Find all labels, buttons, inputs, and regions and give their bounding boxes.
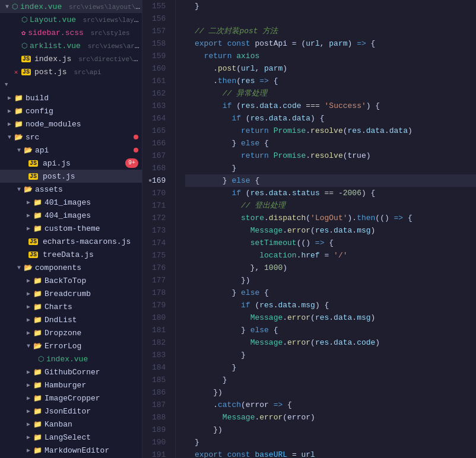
tree-build[interactable]: ▶ 📁 build (0, 91, 142, 104)
folder-icon: 📁 (33, 446, 42, 455)
tree-node-modules[interactable]: ▶ 📁 node_modules (0, 117, 142, 131)
item-label: Hamburger (45, 381, 142, 390)
file-name: Layout.vue (30, 15, 76, 24)
tree-post-js[interactable]: JS post.js (0, 170, 142, 183)
folder-icon: 📁 (33, 433, 42, 442)
tree-item-index-js[interactable]: JS index.js src\directive\permission (0, 52, 142, 65)
code-line: } else { (185, 324, 476, 336)
line-content: } (185, 162, 236, 174)
item-label: custom-theme (45, 224, 142, 233)
code-line: // 二次封装post 方法 (185, 25, 476, 37)
tree-jsoneditor[interactable]: ▶ 📁 JsonEditor (0, 405, 142, 418)
code-line: if (res.data.status == -2006) { (185, 187, 476, 199)
item-label: index.vue (46, 355, 142, 364)
tree-index-vue-errorlog[interactable]: ⬡ index.vue (0, 352, 142, 365)
tree-assets[interactable]: ▼ 📂 assets (0, 183, 142, 196)
arrow-icon: ▶ (24, 434, 33, 441)
tree-401[interactable]: ▶ 📁 401_images (0, 196, 142, 209)
code-line (185, 12, 476, 25)
tree-imagecropper[interactable]: ▶ 📁 ImageCropper (0, 392, 142, 405)
line-content: .then(res => { (185, 75, 278, 87)
code-line: if (res.data.msg) { (185, 299, 476, 311)
tree-config[interactable]: ▶ 📁 config (0, 104, 142, 117)
tree-item-sidebar-scss[interactable]: ✿ sidebar.scss src\styles (0, 26, 142, 39)
close-icon[interactable]: ✕ (12, 68, 20, 76)
tree-markdowneditor[interactable]: ▶ 📁 MarkdownEditor (0, 444, 142, 457)
line-content: if (res.data.status == -2006) { (185, 187, 375, 199)
line-number: 161 (147, 75, 170, 87)
tree-treedata[interactable]: JS treeData.js (0, 248, 142, 261)
item-label: GithubCorner (45, 368, 142, 377)
line-content: Message.error(error) (185, 411, 315, 424)
line-content: export const postApi = (url, parm) => { (185, 37, 375, 50)
item-label: 404_images (45, 211, 142, 220)
code-line: Message.error(res.data.msg) (185, 224, 476, 237)
line-number: 187 (147, 399, 170, 411)
tree-item-arklist-vue[interactable]: ⬡ arklist.vue src\views\arkmanagement (0, 39, 142, 52)
open-files-section: ▼ ⬡ index.vue src\views\layout\compon...… (0, 0, 142, 78)
tree-dropzone[interactable]: ▶ 📁 Dropzone (0, 326, 142, 339)
code-line: }) (185, 386, 476, 399)
line-number: 190 (147, 436, 170, 449)
arrow-icon: ▶ (24, 303, 33, 310)
line-number: 168 (147, 162, 170, 174)
line-number: 173 (147, 224, 170, 237)
code-editor[interactable]: 1551561571581591601611621631641651661671… (142, 0, 476, 458)
tree-backtotop[interactable]: ▶ 📁 BackToTop (0, 274, 142, 287)
tree-src[interactable]: ▼ 📂 src (0, 131, 142, 144)
line-content: Message.error(res.data.code) (185, 336, 380, 349)
line-content: // 登出处理 (185, 199, 285, 212)
line-number: 164 (147, 112, 170, 125)
code-line: } (185, 361, 476, 374)
tree-githubcorner[interactable]: ▶ 📁 GithubCorner (0, 365, 142, 379)
tree-hamburger[interactable]: ▶ 📁 Hamburger (0, 379, 142, 392)
fold-indicator[interactable]: ● (148, 174, 152, 187)
file-path: src\views\layout (83, 17, 142, 24)
tree-api[interactable]: ▼ 📂 api (0, 144, 142, 157)
tree-item-index-vue-layout[interactable]: ▼ ⬡ index.vue src\views\layout\compon... (0, 0, 142, 13)
tree-item-post-js-open[interactable]: ✕ JS post.js src\api (0, 65, 142, 78)
line-number: 160 (147, 62, 170, 75)
tree-dndlist[interactable]: ▶ 📁 DndList (0, 313, 142, 326)
code-line: } (185, 349, 476, 361)
arrow-icon: ▼ (5, 134, 14, 141)
folder-icon: 📁 (33, 329, 42, 338)
tree-kanban[interactable]: ▶ 📁 Kanban (0, 418, 142, 431)
line-content: } else { (185, 287, 268, 299)
tree-charts[interactable]: ▶ 📁 Charts (0, 300, 142, 313)
line-content (185, 12, 190, 25)
line-number: 171 (147, 199, 170, 212)
tree-langselect[interactable]: ▶ 📁 LangSelect (0, 431, 142, 444)
file-path: src\views\layout\compon... (69, 4, 142, 11)
tree-api-js[interactable]: JS api.js 9+ (0, 157, 142, 170)
line-number: 165 (147, 125, 170, 137)
tree-components[interactable]: ▼ 📂 components (0, 261, 142, 274)
tree-breadcrumb[interactable]: ▶ 📁 Breadcrumb (0, 287, 142, 300)
code-line: Message.error(res.data.code) (185, 336, 476, 349)
tree-item-layout-vue[interactable]: ⬡ Layout.vue src\views\layout (0, 13, 142, 26)
code-line: } (185, 0, 476, 12)
tree-errorlog[interactable]: ▼ 📂 ErrorLog (0, 339, 142, 352)
item-label: LangSelect (45, 433, 142, 442)
code-line: // 登出处理 (185, 199, 476, 212)
folder-open-icon: 📂 (24, 185, 33, 194)
badge: 9+ (125, 158, 138, 168)
line-number: 157 (147, 25, 170, 37)
line-content: return Promise.resolve(true) (185, 150, 370, 162)
tree-404[interactable]: ▶ 📁 404_images (0, 209, 142, 222)
code-line: export const baseURL = url (185, 449, 476, 458)
line-number: 183 (147, 349, 170, 361)
js-icon: JS (28, 173, 38, 180)
file-path: src\directive\permission (78, 56, 142, 63)
line-number: 191 (147, 449, 170, 458)
line-content: }) (185, 274, 250, 287)
line-number: 163 (147, 100, 170, 112)
line-number: 180 (147, 311, 170, 324)
line-number: 185 (147, 374, 170, 386)
explorer-section-header[interactable]: ▼ (0, 78, 142, 91)
item-label: Kanban (45, 420, 142, 429)
tree-custom-theme[interactable]: ▶ 📁 custom-theme (0, 222, 142, 235)
tree-echarts[interactable]: JS echarts-macarons.js (0, 235, 142, 248)
line-content: } (185, 361, 236, 374)
code-line: .then(res => { (185, 75, 476, 87)
